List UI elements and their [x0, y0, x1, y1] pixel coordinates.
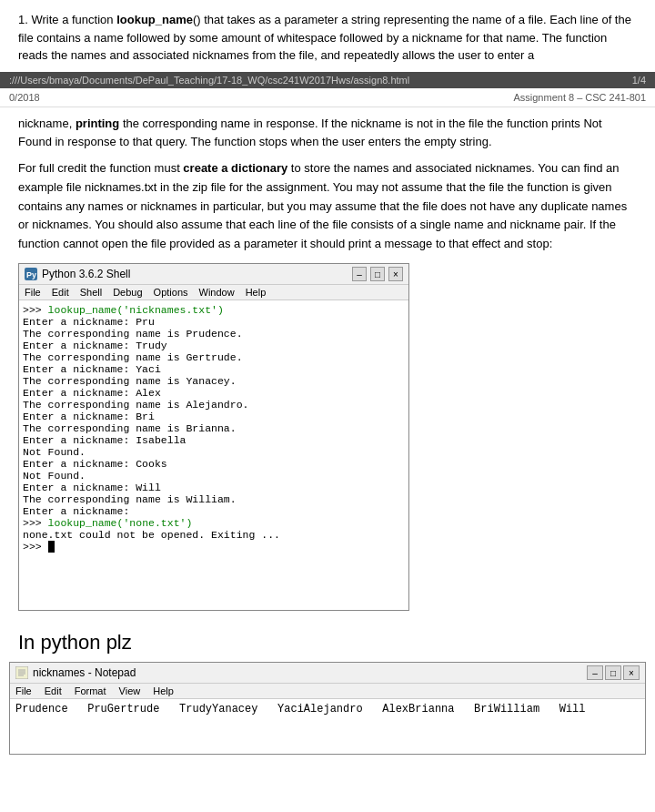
notepad-icon — [15, 666, 28, 679]
bottom-label: In python plz — [18, 631, 132, 654]
shell-line-7: The corresponding name is Yanacey. — [23, 375, 405, 387]
notepad-menu-edit[interactable]: Edit — [45, 685, 62, 696]
notepad-title-text: nicknames - Notepad — [33, 666, 136, 679]
notepad-menu-view[interactable]: View — [119, 685, 141, 696]
create-dict-bold: create a dictionary — [183, 161, 287, 175]
shell-window: Py Python 3.6.2 Shell – □ × File Edit Sh… — [18, 263, 409, 611]
notepad-content[interactable]: Prudence PruGertrude TrudyYanacey YaciAl… — [10, 699, 645, 754]
notepad-maximize-button[interactable]: □ — [605, 665, 621, 680]
notepad-menu-help[interactable]: Help — [153, 685, 174, 696]
shell-line-15: Not Found. — [23, 470, 405, 482]
address-bar: :///Users/bmaya/Documents/DePaul_Teachin… — [0, 72, 655, 88]
shell-menu-debug[interactable]: Debug — [113, 287, 142, 298]
shell-menu-edit[interactable]: Edit — [52, 287, 69, 298]
shell-line-19: >>> lookup_name('none.txt') — [23, 517, 405, 529]
notepad-title-left: nicknames - Notepad — [15, 666, 136, 679]
shell-line-14: Enter a nickname: Cooks — [23, 458, 405, 470]
assignment-date: 0/2018 — [9, 92, 40, 103]
shell-title-left: Py Python 3.6.2 Shell — [25, 268, 130, 280]
notepad-menu-file[interactable]: File — [15, 685, 32, 696]
instruction-box: 1. Write a function lookup_name() that t… — [0, 0, 655, 72]
instruction-number: 1. — [18, 13, 28, 26]
shell-menu-help[interactable]: Help — [246, 287, 267, 298]
shell-line-1: >>> lookup_name('nicknames.txt') — [23, 304, 405, 316]
shell-menu-options[interactable]: Options — [154, 287, 188, 298]
shell-controls[interactable]: – □ × — [352, 267, 403, 281]
instruction-text: 1. Write a function lookup_name() that t… — [18, 11, 637, 65]
body-paragraph-2: For full credit the function must create… — [18, 159, 637, 254]
shell-title-text: Python 3.6.2 Shell — [42, 268, 130, 280]
shell-line-11: The corresponding name is Brianna. — [23, 422, 405, 434]
shell-line-20: none.txt could not be opened. Exiting ..… — [23, 529, 405, 541]
notepad-window: nicknames - Notepad – □ × File Edit Form… — [9, 662, 646, 755]
main-content: nickname, printing the corresponding nam… — [0, 107, 655, 628]
notepad-titlebar: nicknames - Notepad – □ × — [10, 663, 645, 684]
shell-menu-file[interactable]: File — [25, 287, 41, 298]
python-icon: Py — [25, 268, 37, 280]
shell-line-13: Not Found. — [23, 446, 405, 458]
bottom-label-container: In python plz — [0, 627, 655, 662]
close-button[interactable]: × — [388, 267, 403, 281]
shell-content[interactable]: >>> lookup_name('nicknames.txt') Enter a… — [19, 300, 408, 610]
shell-line-8: Enter a nickname: Alex — [23, 387, 405, 399]
shell-line-5: The corresponding name is Gertrude. — [23, 351, 405, 363]
shell-titlebar: Py Python 3.6.2 Shell – □ × — [19, 264, 408, 285]
shell-line-2: Enter a nickname: Pru — [23, 316, 405, 328]
shell-line-10: Enter a nickname: Bri — [23, 411, 405, 422]
printing-bold: printing — [76, 117, 119, 130]
assignment-header: 0/2018 Assignment 8 – CSC 241-801 — [0, 88, 655, 107]
shell-line-4: Enter a nickname: Trudy — [23, 340, 405, 351]
shell-line-16: Enter a nickname: Will — [23, 482, 405, 493]
maximize-button[interactable]: □ — [370, 267, 385, 281]
notepad-minimize-button[interactable]: – — [587, 665, 603, 680]
shell-line-3: The corresponding name is Prudence. — [23, 328, 405, 340]
shell-menu-window[interactable]: Window — [199, 287, 235, 298]
shell-menubar: File Edit Shell Debug Options Window Hel… — [19, 285, 408, 300]
shell-line-18: Enter a nickname: — [23, 505, 405, 517]
address-path: :///Users/bmaya/Documents/DePaul_Teachin… — [9, 75, 409, 86]
shell-outer: >>> lookup_name('nicknames.txt') Enter a… — [19, 300, 408, 610]
shell-menu-shell[interactable]: Shell — [80, 287, 102, 298]
svg-rect-2 — [15, 666, 28, 679]
notepad-close-button[interactable]: × — [623, 665, 640, 680]
shell-line-6: Enter a nickname: Yaci — [23, 363, 405, 375]
minimize-button[interactable]: – — [352, 267, 367, 281]
shell-line-12: Enter a nickname: Isabella — [23, 434, 405, 446]
notepad-menubar: File Edit Format View Help — [10, 684, 645, 699]
notepad-menu-format[interactable]: Format — [75, 685, 106, 696]
shell-line-21[interactable]: >>> — [23, 541, 405, 553]
shell-line-9: The corresponding name is Alejandro. — [23, 399, 405, 411]
assignment-title: Assignment 8 – CSC 241-801 — [513, 92, 646, 103]
body-paragraph-1: nickname, printing the corresponding nam… — [18, 115, 637, 153]
notepad-controls[interactable]: – □ × — [587, 665, 640, 680]
svg-text:Py: Py — [26, 270, 36, 279]
function-name: lookup_name — [116, 13, 193, 26]
shell-line-17: The corresponding name is William. — [23, 493, 405, 505]
page-number: 1/4 — [632, 75, 646, 86]
